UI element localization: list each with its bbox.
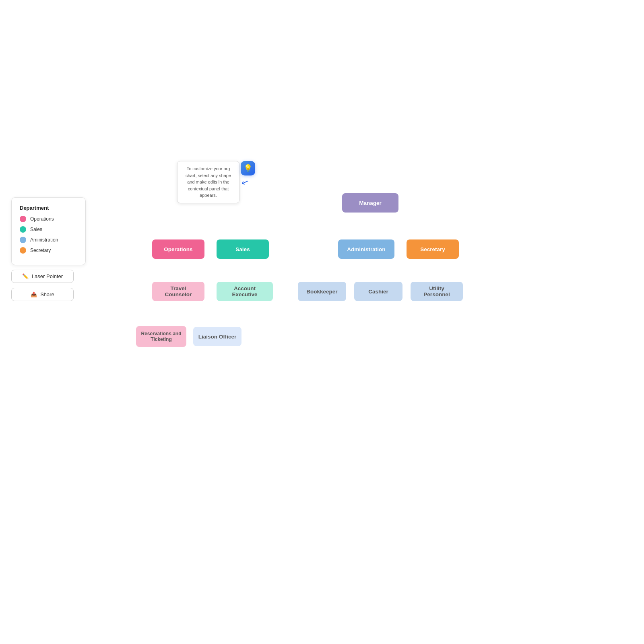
reservations-node[interactable]: Reservations and Ticketing	[136, 326, 186, 347]
secretary-node[interactable]: Secretary	[407, 239, 459, 259]
legend-item-administration: Aministration	[20, 237, 77, 243]
operations-node[interactable]: Operations	[152, 239, 204, 259]
laser-pointer-button[interactable]: ✏️ Laser Pointer	[11, 270, 74, 283]
administration-label: Administration	[347, 246, 385, 252]
tooltip-box: To customize your org chart, select any …	[177, 161, 239, 203]
manager-label: Manager	[359, 200, 382, 206]
account-executive-label: Account Executive	[221, 285, 268, 297]
legend-item-sales: Sales	[20, 226, 77, 233]
operations-color-dot	[20, 216, 26, 222]
legend-title: Department	[20, 205, 77, 211]
travel-counselor-label: Travel Counselor	[157, 285, 200, 297]
tooltip-arrow: ↙	[240, 176, 250, 189]
sales-color-dot	[20, 226, 26, 233]
bookkeeper-node[interactable]: Bookkeeper	[298, 282, 346, 301]
legend-panel: Department Operations Sales Aministratio…	[11, 197, 86, 265]
lightbulb-icon: 💡	[244, 164, 252, 173]
legend-item-operations: Operations	[20, 216, 77, 222]
share-icon: 📤	[31, 291, 37, 297]
manager-node[interactable]: Manager	[342, 193, 398, 213]
share-button[interactable]: 📤 Share	[11, 288, 74, 301]
utility-personnel-node[interactable]: Utility Personnel	[411, 282, 463, 301]
legend-item-secretary: Secretary	[20, 247, 77, 254]
laser-pointer-label: Laser Pointer	[32, 273, 63, 279]
bookkeeper-label: Bookkeeper	[306, 289, 337, 295]
liaison-label: Liaison Officer	[198, 334, 237, 340]
bottom-buttons: ✏️ Laser Pointer 📤 Share	[11, 270, 74, 301]
liaison-node[interactable]: Liaison Officer	[193, 327, 242, 346]
tooltip-icon-box: 💡	[241, 161, 255, 175]
administration-node[interactable]: Administration	[338, 239, 394, 259]
cashier-label: Cashier	[368, 289, 388, 295]
laser-pointer-icon: ✏️	[22, 273, 29, 279]
tooltip-text: To customize your org chart, select any …	[186, 166, 231, 198]
legend-label-operations: Operations	[30, 216, 54, 222]
legend-label-sales: Sales	[30, 227, 42, 232]
cashier-node[interactable]: Cashier	[354, 282, 402, 301]
sales-node[interactable]: Sales	[217, 239, 269, 259]
account-executive-node[interactable]: Account Executive	[217, 282, 273, 301]
share-label: Share	[40, 291, 54, 297]
legend-label-secretary: Secretary	[30, 248, 51, 253]
secretary-color-dot	[20, 247, 26, 254]
secretary-label: Secretary	[420, 246, 445, 252]
legend-label-administration: Aministration	[30, 237, 58, 243]
administration-color-dot	[20, 237, 26, 243]
sales-label: Sales	[235, 246, 250, 252]
reservations-label: Reservations and Ticketing	[141, 331, 182, 342]
utility-personnel-label: Utility Personnel	[415, 285, 458, 297]
operations-label: Operations	[164, 246, 192, 252]
travel-counselor-node[interactable]: Travel Counselor	[152, 282, 204, 301]
